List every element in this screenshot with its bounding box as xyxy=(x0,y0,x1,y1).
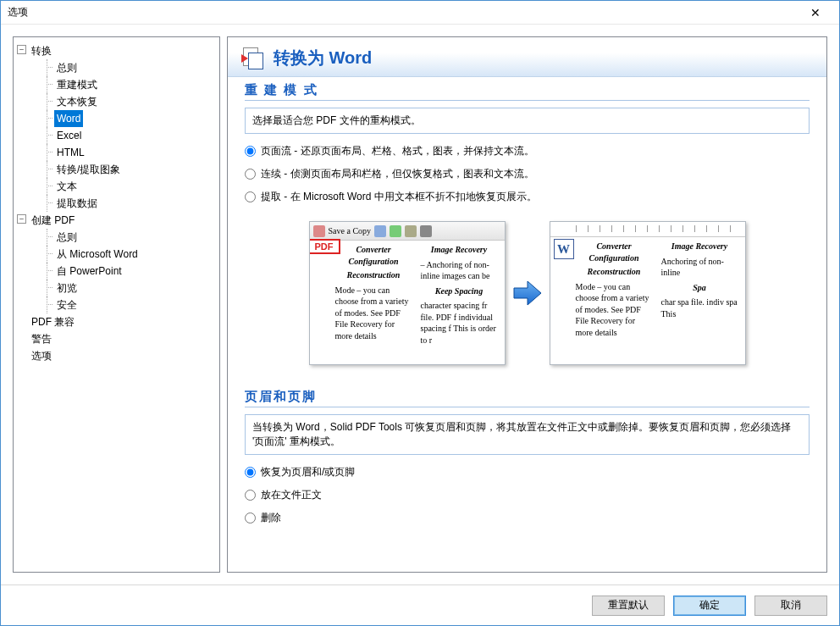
content-area: −转换总则重建模式文本恢复WordExcelHTML转换/提取图象文本提取数据−… xyxy=(1,25,839,584)
save-copy-label: Save a Copy xyxy=(329,226,372,235)
tree-item[interactable]: PDF 兼容 xyxy=(29,313,77,330)
radio-input[interactable] xyxy=(245,191,256,202)
tree-item[interactable]: 安全 xyxy=(54,296,80,313)
tree-item[interactable]: 选项 xyxy=(29,347,54,364)
section-title: 重 建 模 式 xyxy=(245,82,810,101)
radio-option-flow[interactable]: 页面流 - 还原页面布局、栏格、格式，图表，并保持文本流。 xyxy=(245,144,810,158)
tree-item[interactable]: 警告 xyxy=(29,330,54,347)
page-title: 转换为 Word xyxy=(274,47,372,69)
word-preview-thumb: W Converter Configuration Reconstruction… xyxy=(550,221,746,365)
tree-item[interactable]: 转换 xyxy=(29,42,54,59)
search-icon xyxy=(405,225,417,237)
radio-label: 连续 - 侦测页面布局和栏格，但仅恢复格式，图表和文本流。 xyxy=(261,167,534,181)
reset-defaults-button[interactable]: 重置默认 xyxy=(592,596,665,616)
main-panel: 转换为 Word 重 建 模 式 选择最适合您 PDF 文件的重构模式。 页面流… xyxy=(227,36,827,573)
close-button[interactable]: ✕ xyxy=(799,2,832,24)
radio-option-hf2[interactable]: 放在文件正文 xyxy=(245,488,810,502)
options-window: 选项 ✕ −转换总则重建模式文本恢复WordExcelHTML转换/提取图象文本… xyxy=(0,0,840,626)
radio-label: 放在文件正文 xyxy=(261,488,322,502)
radio-option-hf3[interactable]: 删除 xyxy=(245,511,810,525)
tree-item[interactable]: 重建模式 xyxy=(54,76,100,93)
word-body-text: Converter Configuration Reconstruction M… xyxy=(550,237,745,341)
radio-option-exact[interactable]: 提取 - 在 Microsoft Word 中用文本框不折不扣地恢复页展示。 xyxy=(245,190,810,204)
page-header: 转换为 Word xyxy=(228,37,826,77)
tree-item[interactable]: 转换/提取图象 xyxy=(54,161,123,178)
pdf-body-text: Converter Configuration Reconstruction M… xyxy=(310,241,505,351)
word-ruler xyxy=(550,222,745,237)
conversion-arrow-icon xyxy=(512,278,543,308)
tree-item[interactable]: Excel xyxy=(54,127,84,144)
nav-tree-panel: −转换总则重建模式文本恢复WordExcelHTML转换/提取图象文本提取数据−… xyxy=(13,36,220,573)
convert-to-word-icon xyxy=(241,46,265,69)
tree-item[interactable]: 文本恢复 xyxy=(54,93,100,110)
binoculars-icon xyxy=(420,225,432,237)
pdf-preview-thumb: Save a Copy PDF Converter Configuration … xyxy=(309,221,506,365)
ok-button[interactable]: 确定 xyxy=(673,596,746,616)
tree-item[interactable]: 创建 PDF xyxy=(29,212,77,229)
section-title: 页眉和页脚 xyxy=(245,389,810,407)
radio-option-hf1[interactable]: 恢复为页眉和/或页脚 xyxy=(245,465,810,479)
tree-item[interactable]: 提取数据 xyxy=(54,195,100,212)
pdf-toolbar: Save a Copy xyxy=(310,222,505,241)
section-header-footer: 页眉和页脚 当转换为 Word，Solid PDF Tools 可恢复页眉和页脚… xyxy=(228,384,826,537)
cancel-button[interactable]: 取消 xyxy=(754,596,827,616)
tree-item[interactable]: 总则 xyxy=(54,229,80,246)
tree-item[interactable]: 初览 xyxy=(54,280,80,296)
radio-label: 恢复为页眉和/或页脚 xyxy=(261,465,355,479)
section-reconstruction-mode: 重 建 模 式 选择最适合您 PDF 文件的重构模式。 页面流 - 还原页面布局… xyxy=(228,77,826,384)
section-description: 当转换为 Word，Solid PDF Tools 可恢复页眉和页脚，将其放置在… xyxy=(245,414,810,455)
tree-item[interactable]: 从 Microsoft Word xyxy=(54,246,141,263)
window-title: 选项 xyxy=(8,5,799,19)
radio-option-cont[interactable]: 连续 - 侦测页面布局和栏格，但仅恢复格式，图表和文本流。 xyxy=(245,167,810,181)
toolbar-icon xyxy=(313,225,325,237)
radio-input[interactable] xyxy=(245,169,256,180)
radio-input[interactable] xyxy=(245,512,256,524)
radio-label: 页面流 - 还原页面布局、栏格、格式，图表，并保持文本流。 xyxy=(261,144,534,158)
tree-item[interactable]: HTML xyxy=(54,144,87,161)
button-bar: 重置默认 确定 取消 xyxy=(1,584,839,625)
word-badge: W xyxy=(554,239,574,259)
radio-label: 提取 - 在 Microsoft Word 中用文本框不折不扣地恢复页展示。 xyxy=(261,190,537,204)
tree-item[interactable]: Word xyxy=(54,110,83,127)
section-description: 选择最适合您 PDF 文件的重构模式。 xyxy=(245,108,810,134)
tree-item[interactable]: 文本 xyxy=(54,178,80,195)
radio-input[interactable] xyxy=(245,146,256,157)
radio-input[interactable] xyxy=(245,490,256,501)
nav-tree[interactable]: −转换总则重建模式文本恢复WordExcelHTML转换/提取图象文本提取数据−… xyxy=(17,42,216,364)
radio-label: 删除 xyxy=(261,511,281,525)
preview-illustration: Save a Copy PDF Converter Configuration … xyxy=(245,213,810,380)
print-icon xyxy=(374,225,386,237)
radio-input[interactable] xyxy=(245,467,256,478)
email-icon xyxy=(390,225,401,237)
tree-item[interactable]: 自 PowerPoint xyxy=(54,263,124,280)
tree-toggle[interactable]: − xyxy=(17,45,26,54)
tree-item[interactable]: 总则 xyxy=(54,59,80,76)
tree-toggle[interactable]: − xyxy=(17,214,26,224)
titlebar: 选项 ✕ xyxy=(1,1,839,25)
pdf-badge: PDF xyxy=(309,239,340,254)
